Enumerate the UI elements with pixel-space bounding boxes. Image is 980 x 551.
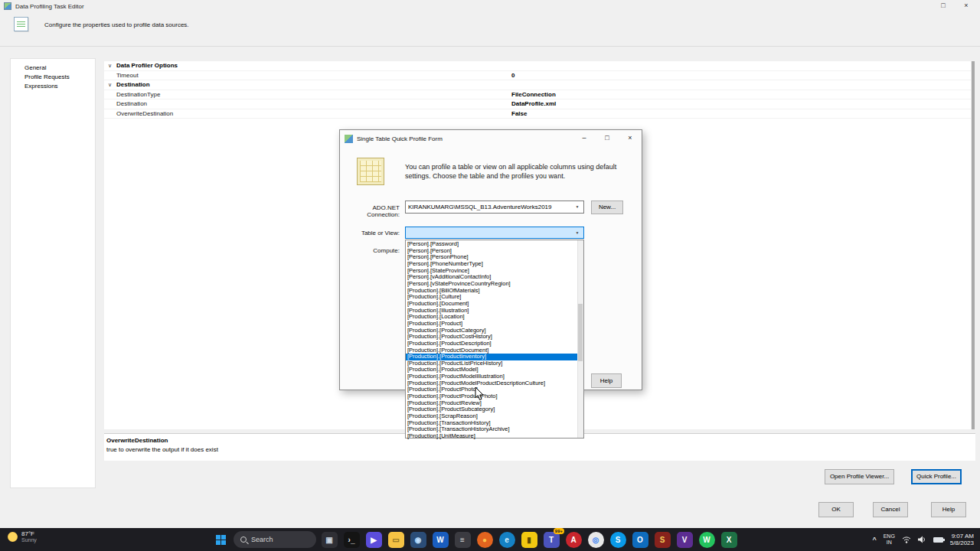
help-button[interactable]: Help [931,502,966,517]
word-icon[interactable]: W [431,530,449,549]
property-row[interactable]: DestinationDataProfile.xml [104,99,975,109]
maximize-button[interactable]: □ [932,0,955,12]
property-row[interactable]: Timeout0 [104,71,975,81]
start-button[interactable] [211,530,230,549]
dropdown-item[interactable]: [Production].[ProductInventory] [406,354,583,360]
dropdown-item[interactable]: [Production].[ProductCategory] [406,328,583,334]
collapse-chevron-icon[interactable]: ∨ [108,61,112,70]
dialog-help-button[interactable]: Help [591,373,622,388]
clock[interactable]: 9:07 AM 5/8/2023 [950,533,974,547]
open-profile-viewer-button[interactable]: Open Profile Viewer... [825,469,894,484]
excel-icon[interactable]: X [720,530,738,549]
language-code: ENG [884,533,895,540]
dropdown-item[interactable]: [Production].[ProductReview] [406,400,583,407]
dropdown-scrollbar[interactable] [577,240,583,438]
hidden-icons-chevron[interactable]: ^ [872,536,876,543]
cancel-button[interactable]: Cancel [873,502,908,517]
dropdown-item[interactable]: [Production].[Document] [406,301,583,308]
dialog-minimize-button[interactable]: – [573,130,596,147]
sidebar-item-expressions[interactable]: Expressions [11,82,95,91]
new-connection-button[interactable]: New... [591,201,623,214]
dropdown-item[interactable]: [Production].[TransactionHistory] [406,420,583,427]
wifi-icon[interactable] [902,536,911,543]
dropdown-item[interactable]: [Production].[UnitMeasure] [406,433,583,440]
dialog-maximize-button[interactable]: □ [596,130,619,147]
dropdown-item[interactable]: [Production].[ProductDocument] [406,347,583,354]
volume-icon[interactable] [918,536,926,543]
sidebar-item-profile-requests[interactable]: Profile Requests [11,73,95,82]
notepad-icon[interactable]: ≡ [453,530,472,549]
excel-icon: X [721,532,737,548]
power-bi-icon[interactable]: ▮ [520,530,538,549]
property-row[interactable]: DestinationTypeFileConnection [104,90,975,100]
firefox-icon[interactable]: ● [475,530,494,549]
app-icon [4,2,11,10]
photos-icon[interactable]: ◉ [409,530,427,549]
dropdown-item[interactable]: [Production].[ProductModelProductDescrip… [406,380,583,387]
dropdown-item[interactable]: [Person].[PhoneNumberType] [406,261,583,268]
dropdown-item[interactable]: [Production].[ProductModel] [406,367,583,373]
dropdown-item[interactable]: [Production].[TransactionHistoryArchive] [406,426,583,433]
skype-icon[interactable]: S [609,530,627,549]
table-or-view-combobox[interactable]: ▼ [405,227,584,239]
scrollbar-thumb[interactable] [972,61,975,429]
titlebar: Data Profiling Task Editor □ × [0,0,980,12]
language-indicator[interactable]: ENG IN [884,533,895,546]
dropdown-item[interactable]: [Production].[ProductProductPhoto] [406,393,583,400]
taskbar-search[interactable]: Search [234,531,316,548]
battery-icon[interactable] [933,537,943,543]
photos-icon: ◉ [410,532,426,548]
dropdown-item[interactable]: [Production].[ScrapReason] [406,413,583,420]
ssms-icon[interactable]: S [653,530,671,549]
media-player-icon[interactable]: ▶ [364,530,383,549]
dropdown-item[interactable]: [Person].[Person] [406,248,583,255]
task-view-icon[interactable]: ▣ [320,530,338,549]
weather-temp: 87°F [21,530,37,537]
dropdown-item[interactable]: [Production].[Product] [406,321,583,328]
dropdown-item[interactable]: [Production].[ProductSubcategory] [406,406,583,413]
adonet-connection-label: ADO.NET Connection: [343,204,400,218]
dropdown-item[interactable]: [Production].[ProductPhoto] [406,386,583,393]
weather-widget[interactable]: 87°F Sunny [8,530,37,543]
dropdown-item[interactable]: [Production].[Location] [406,314,583,321]
quick-profile-button[interactable]: Quick Profile... [911,469,962,484]
terminal-icon[interactable]: ›_ [342,530,361,549]
edge-icon[interactable]: e [498,530,516,549]
dropdown-item[interactable]: [Production].[BillOfMaterials] [406,288,583,295]
dialog-intro-text: You can profile a table or view on all a… [405,162,641,181]
chevron-down-icon[interactable]: ▼ [572,202,583,212]
dialog-close-button[interactable]: × [619,130,642,147]
property-row[interactable]: OverwriteDestinationFalse [104,109,975,119]
dropdown-item[interactable]: [Person].[Password] [406,241,583,248]
dropdown-item[interactable]: [Person].[vStateProvinceCountryRegion] [406,281,583,288]
dropdown-item[interactable]: [Production].[ProductListPriceHistory] [406,360,583,367]
close-button[interactable]: × [955,0,978,12]
dropdown-item[interactable]: [Production].[Culture] [406,294,583,301]
group-header-row[interactable]: ∨Destination [104,80,975,90]
grid-scrollbar[interactable] [971,61,975,429]
dropdown-item[interactable]: [Production].[ProductDescription] [406,341,583,347]
scrollbar-thumb[interactable] [578,304,583,361]
group-header-row[interactable]: ∨Data Profiler Options [104,61,975,71]
dropdown-item[interactable]: [Production].[ProductModelIllustration] [406,373,583,380]
outlook-icon[interactable]: O [631,530,649,549]
collapse-chevron-icon[interactable]: ∨ [108,80,112,90]
sidebar-item-general[interactable]: General [11,64,95,73]
ok-button[interactable]: OK [818,502,854,517]
visual-studio-icon[interactable]: V [675,530,694,549]
group-label: Destination [116,80,150,90]
chrome-icon[interactable]: ◎ [586,530,605,549]
adobe-reader-icon[interactable]: A [564,530,583,549]
whatsapp-icon[interactable]: W [697,530,716,549]
search-icon [240,536,247,543]
chevron-down-icon[interactable]: ▼ [572,228,583,237]
adonet-connection-combobox[interactable]: KIRANKUMARG\MSSQL_B13.AdventureWorks2019… [405,201,584,214]
dropdown-item[interactable]: [Production].[ProductCostHistory] [406,334,583,341]
teams-icon[interactable]: T99+ [542,530,560,549]
terminal-icon: ›_ [344,532,360,548]
file-explorer-icon[interactable]: ▭ [387,530,405,549]
dropdown-item[interactable]: [Production].[Illustration] [406,308,583,315]
dropdown-item[interactable]: [Person].[vAdditionalContactInfo] [406,274,583,281]
dropdown-item[interactable]: [Person].[StateProvince] [406,268,583,275]
dropdown-item[interactable]: [Person].[PersonPhone] [406,254,583,261]
